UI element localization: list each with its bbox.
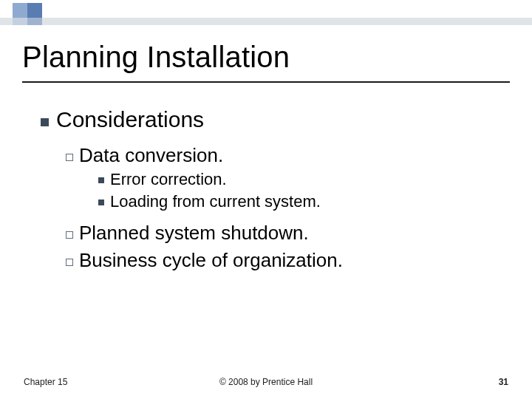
bullet-level-1: Considerations <box>41 107 499 132</box>
slide-title: Planning Installation <box>22 41 290 74</box>
bullet-level-2: Business cycle of organization. <box>66 249 499 272</box>
bullet-text: Considerations <box>56 107 204 132</box>
deco-band <box>0 18 532 25</box>
deco-square <box>42 18 57 25</box>
bullet-level-3: Error correction. <box>98 170 499 189</box>
bullet-text: Business cycle of organization. <box>79 249 343 271</box>
slide-body: Considerations Data conversion. Error co… <box>41 107 499 273</box>
bullet-level-2: Planned system shutdown. <box>66 222 499 245</box>
deco-square <box>13 3 27 18</box>
hollow-square-bullet-icon <box>66 154 73 161</box>
hollow-square-bullet-icon <box>66 259 73 266</box>
bullet-text: Loading from current system. <box>110 192 321 211</box>
bullet-level-3: Loading from current system. <box>98 192 499 211</box>
footer-copyright: © 2008 by Prentice Hall <box>0 377 532 387</box>
bullet-text: Planned system shutdown. <box>79 222 309 244</box>
square-bullet-icon <box>98 177 104 183</box>
title-underline <box>22 81 510 83</box>
slide: Planning Installation Considerations Dat… <box>0 0 532 399</box>
square-bullet-icon <box>98 200 104 205</box>
bullet-text: Error correction. <box>110 170 227 188</box>
footer-page-number: 31 <box>499 377 508 387</box>
deco-square <box>27 3 42 18</box>
square-bullet-icon <box>41 118 49 126</box>
hollow-square-bullet-icon <box>66 231 73 239</box>
deco-square <box>13 18 27 25</box>
deco-square <box>27 18 42 25</box>
bullet-text: Data conversion. <box>79 144 223 166</box>
bullet-level-2: Data conversion. <box>66 144 499 167</box>
top-decoration <box>0 0 532 25</box>
